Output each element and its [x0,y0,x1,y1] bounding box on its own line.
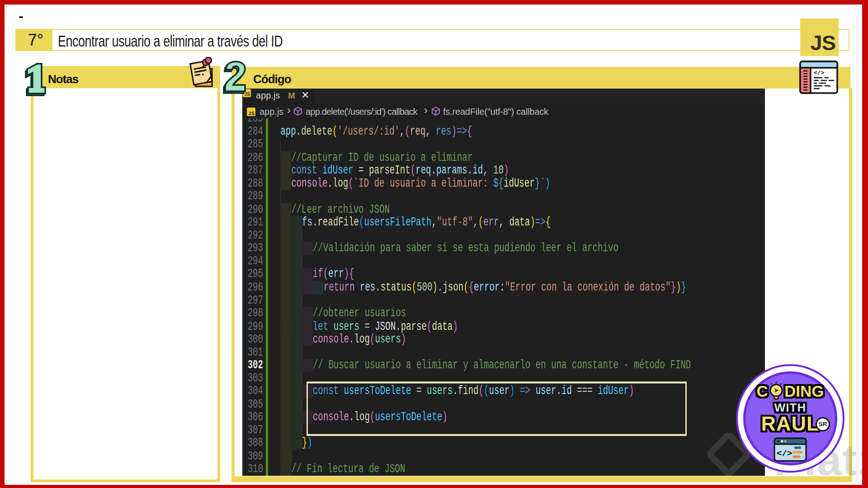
svg-text:</>: </> [777,449,792,459]
svg-text:</>: </> [814,70,825,76]
